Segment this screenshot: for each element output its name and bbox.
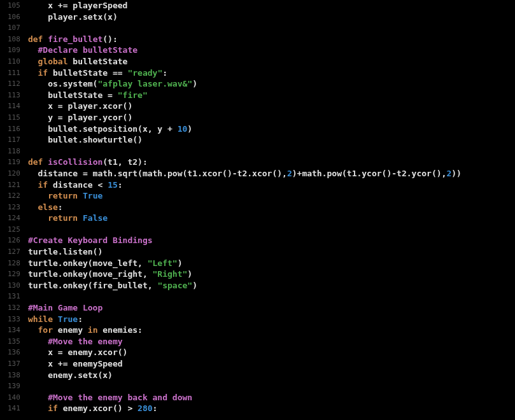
code-token: enemy.xcor() xyxy=(63,347,128,357)
code-token xyxy=(28,68,38,78)
code-token: ) xyxy=(187,124,192,134)
code-line[interactable]: def isCollision(t1, t2): xyxy=(28,157,515,168)
code-token: , xyxy=(118,157,128,167)
code-token: #Create Keyboard Bindings xyxy=(28,235,153,245)
code-token: bulletState xyxy=(48,68,113,78)
code-token: True xyxy=(83,191,102,200)
code-token: fire_bullet xyxy=(48,34,102,44)
code-line[interactable] xyxy=(28,22,515,34)
code-line[interactable]: #Create Keyboard Bindings xyxy=(28,235,515,246)
code-token: t2.ycor(), xyxy=(397,169,446,178)
line-number: 126 xyxy=(8,235,20,246)
code-token xyxy=(28,325,38,335)
code-line[interactable]: turtle.onkey(move_left, "Left") xyxy=(28,258,515,269)
line-number: 113 xyxy=(8,90,20,101)
code-token: x xyxy=(28,101,58,111)
code-line[interactable] xyxy=(28,224,515,235)
code-token: = xyxy=(58,347,63,357)
code-token: math.sqrt(math.pow(t1.xcor() xyxy=(88,169,232,178)
code-line[interactable]: #Move the enemy xyxy=(28,336,515,347)
code-line[interactable]: player.setx(x) xyxy=(28,11,515,23)
code-line[interactable]: bullet.setposition(x, y + 10) xyxy=(28,123,515,135)
line-number: 135 xyxy=(8,336,20,347)
line-number: 109 xyxy=(8,45,20,56)
code-line[interactable]: def fire_bullet(): xyxy=(28,34,515,45)
code-token: t2 xyxy=(127,157,138,167)
code-line[interactable]: enemy.setx(x) xyxy=(28,370,515,381)
code-token: "space" xyxy=(157,281,192,290)
code-token: in xyxy=(88,325,98,335)
code-line[interactable] xyxy=(28,146,515,157)
code-line[interactable]: bulletState = "fire" xyxy=(28,90,515,101)
line-number: 131 xyxy=(8,291,20,302)
line-number: 128 xyxy=(8,258,20,269)
code-line[interactable]: bullet.showturtle() xyxy=(28,134,515,146)
code-line[interactable]: distance = math.sqrt(math.pow(t1.xcor()-… xyxy=(28,168,515,179)
line-number: 118 xyxy=(8,146,20,157)
code-line[interactable]: #Move the enemy back and down xyxy=(28,392,515,403)
code-token xyxy=(28,337,48,346)
code-line[interactable]: #Declare bulletState xyxy=(28,45,515,56)
code-line[interactable]: turtle.listen() xyxy=(28,246,515,258)
code-area[interactable]: x += playerSpeed player.setx(x)def fire_… xyxy=(25,0,515,420)
code-line[interactable]: return False xyxy=(28,213,515,224)
code-line[interactable]: if enemy.xcor() > 280: xyxy=(28,403,515,414)
code-token: t2.xcor(), xyxy=(237,169,287,178)
code-line[interactable]: if distance < 15: xyxy=(28,179,515,191)
code-editor[interactable]: 1051061071081091101111121131141151161171… xyxy=(0,0,515,420)
code-token: t1 xyxy=(108,157,118,167)
code-line[interactable]: turtle.onkey(move_right, "Right") xyxy=(28,269,515,280)
code-line[interactable]: if bulletState == "ready": xyxy=(28,67,515,79)
code-line[interactable]: x += playerSpeed xyxy=(28,0,515,11)
code-token: = xyxy=(108,90,113,100)
code-token: + xyxy=(167,124,173,134)
line-number: 123 xyxy=(8,202,20,213)
line-number: 107 xyxy=(8,22,20,34)
line-number: 133 xyxy=(8,314,20,325)
code-token: = xyxy=(83,169,88,178)
code-token: False xyxy=(83,213,108,223)
line-number: 124 xyxy=(8,213,20,224)
line-number: 110 xyxy=(8,56,20,67)
code-line[interactable]: os.system("afplay laser.wav&") xyxy=(28,78,515,90)
code-line[interactable]: while True: xyxy=(28,314,515,325)
code-token: distance xyxy=(28,169,83,178)
code-token: enemy.setx(x) xyxy=(28,370,113,380)
line-number: 139 xyxy=(8,381,20,392)
code-token: math.pow(t1.ycor() xyxy=(302,169,392,178)
code-token: bullet.setposition(x, y xyxy=(28,124,167,134)
code-line[interactable] xyxy=(28,291,515,302)
code-token xyxy=(28,403,48,413)
code-line[interactable]: global bulletState xyxy=(28,56,515,67)
code-token: (): xyxy=(102,34,117,44)
code-line[interactable]: #Main Game Loop xyxy=(28,302,515,314)
line-number: 112 xyxy=(8,78,20,90)
code-token xyxy=(43,34,48,44)
code-line[interactable]: x = player.xcor() xyxy=(28,101,515,112)
code-token: ) xyxy=(192,79,197,88)
code-token xyxy=(102,180,108,190)
code-token: #Declare bulletState xyxy=(38,45,138,55)
code-line[interactable]: x += enemySpeed xyxy=(28,358,515,370)
code-token: ( xyxy=(102,157,108,167)
code-token: bulletState xyxy=(68,57,128,66)
code-token: player.xcor() xyxy=(63,101,133,111)
code-line[interactable]: y = player.ycor() xyxy=(28,112,515,123)
code-line[interactable]: return True xyxy=(28,190,515,202)
code-token xyxy=(28,191,48,200)
code-line[interactable]: turtle.onkey(fire_bullet, "space") xyxy=(28,280,515,291)
code-line[interactable]: for enemy in enemies: xyxy=(28,325,515,336)
code-token xyxy=(28,202,38,212)
code-token: : xyxy=(118,180,123,190)
code-token: ) xyxy=(187,269,192,279)
code-token: bullet.showturtle() xyxy=(28,135,143,144)
code-token xyxy=(132,403,138,413)
code-line[interactable]: else: xyxy=(28,202,515,213)
line-number: 137 xyxy=(8,358,20,370)
code-line[interactable] xyxy=(28,381,515,392)
code-token: if xyxy=(38,68,48,78)
code-token xyxy=(28,393,48,402)
code-line[interactable]: x = enemy.xcor() xyxy=(28,347,515,358)
code-token: turtle.onkey(fire_bullet, xyxy=(28,281,158,290)
code-token: if xyxy=(48,403,58,413)
